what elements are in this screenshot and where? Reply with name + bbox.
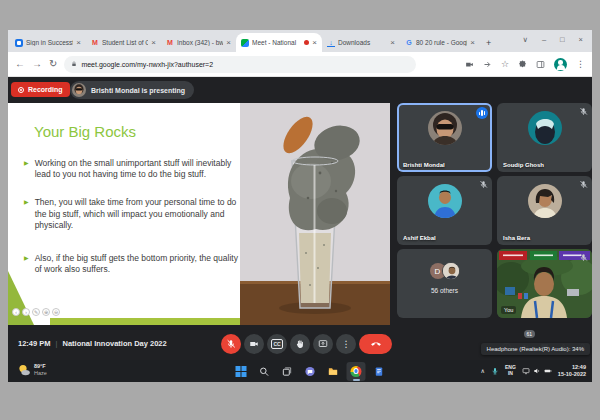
clock-time: 12:49	[558, 364, 586, 371]
slide-next-icon[interactable]: ›	[22, 308, 30, 316]
slide-decoration-band	[50, 318, 240, 325]
presenting-text: Brishti Mondal is presenting	[91, 87, 185, 94]
address-bar[interactable]: meet.google.com/my-nwxh-jix?authuser=2	[64, 56, 416, 73]
share-icon[interactable]	[483, 60, 492, 69]
tab-google-search[interactable]: G 80 20 rule - Google S ×	[400, 33, 480, 52]
tab-student-list[interactable]: M Student List of Chikp ×	[86, 33, 161, 52]
end-call-button[interactable]	[359, 334, 392, 354]
browser-tab-strip: Sign in Successful rai × M Student List …	[8, 30, 592, 52]
taskbar-center-icons	[232, 361, 389, 381]
tab-close-icon[interactable]: ×	[226, 39, 231, 47]
slide-bullet: ▶ Also, if the big stuff gets the bottom…	[24, 253, 238, 275]
video-tile-you[interactable]: You	[497, 249, 592, 318]
tab-title: 80 20 rule - Google S	[416, 39, 467, 46]
side-panel-icon[interactable]	[536, 60, 545, 69]
tab-title: Downloads	[338, 39, 387, 46]
speaker-icon	[533, 367, 541, 375]
presenting-banner: Brishti Mondal is presenting	[70, 81, 194, 99]
taskbar-clock[interactable]: 12:49 15-10-2022	[558, 364, 586, 378]
avatar	[442, 262, 460, 280]
tab-title: Meet - National	[252, 39, 301, 46]
tab-title: Student List of Chikp	[102, 39, 148, 46]
slide-nav-controls[interactable]: ‹ › ✎ ⊕ ⊖	[12, 308, 60, 316]
app-button[interactable]	[370, 362, 389, 381]
task-view-button[interactable]	[278, 362, 297, 381]
minimize-button[interactable]: –	[542, 35, 546, 44]
participant-tile-soudip[interactable]: Soudip Ghosh	[497, 103, 592, 172]
slide-bullets: ▶ Working on the small unimportant stuff…	[24, 158, 238, 276]
mic-off-icon	[579, 180, 588, 189]
tab-close-icon[interactable]: ×	[151, 39, 156, 47]
camera-permission-icon[interactable]	[465, 60, 474, 69]
extensions-puzzle-icon[interactable]	[518, 60, 527, 69]
tray-status-icons[interactable]	[522, 367, 552, 375]
raise-hand-button[interactable]	[290, 334, 310, 354]
region-code: IN	[505, 371, 516, 377]
language-indicator[interactable]: ENG IN	[505, 365, 516, 377]
tab-close-icon[interactable]: ×	[312, 39, 317, 47]
chrome-taskbar-button[interactable]	[347, 362, 366, 381]
url-text: meet.google.com/my-nwxh-jix?authuser=2	[81, 61, 213, 68]
browser-menu-icon[interactable]: ⋮	[576, 60, 585, 69]
slide-bullet: ▶ Working on the small unimportant stuff…	[24, 158, 238, 180]
volume-tooltip: Headphone (Realtek(R) Audio): 34%	[481, 343, 590, 355]
captions-button[interactable]: CC	[267, 334, 287, 354]
desktop: { "glyphs": { "close": "×", "plus": "+",…	[0, 0, 600, 420]
participant-name: Brishti Mondal	[403, 162, 445, 168]
lock-icon	[71, 61, 77, 67]
others-tile[interactable]: D 56 others	[397, 249, 492, 318]
slide-pen-icon[interactable]: ✎	[32, 308, 40, 316]
slide-zoom-in-icon[interactable]: ⊕	[42, 308, 50, 316]
tab-close-icon[interactable]: ×	[76, 39, 81, 47]
battery-icon	[544, 367, 552, 375]
screen-capture: Sign in Successful rai × M Student List …	[8, 30, 592, 382]
slide-prev-icon[interactable]: ‹	[12, 308, 20, 316]
tab-search-chevron-icon[interactable]: ∨	[522, 35, 528, 44]
back-button[interactable]: ←	[15, 59, 25, 69]
file-explorer-button[interactable]	[324, 362, 343, 381]
bullet-marker-icon: ▶	[24, 199, 29, 231]
meeting-time: 12:49 PM	[18, 339, 51, 348]
weather-temperature: 89°F	[34, 363, 47, 370]
forward-button[interactable]: →	[32, 59, 42, 69]
present-button[interactable]	[313, 334, 333, 354]
close-window-button[interactable]: ×	[579, 35, 583, 44]
participant-tile-brishti[interactable]: Brishti Mondal	[397, 103, 492, 172]
task-view-icon	[282, 366, 293, 377]
participant-tile-ashif[interactable]: Ashif Ekbal	[397, 176, 492, 245]
mic-off-icon	[579, 253, 588, 262]
maximize-button[interactable]: □	[560, 35, 565, 44]
start-button[interactable]	[232, 362, 251, 381]
slide-zoom-out-icon[interactable]: ⊖	[52, 308, 60, 316]
tray-mic-icon[interactable]	[491, 367, 499, 375]
divider: |	[56, 339, 58, 348]
tab-close-icon[interactable]: ×	[470, 39, 475, 47]
tab-downloads[interactable]: ↓ Downloads ×	[322, 33, 400, 52]
taskbar-search-button[interactable]	[255, 362, 274, 381]
participant-tile-isha[interactable]: Isha Bera	[497, 176, 592, 245]
cast-screen-icon	[522, 367, 530, 375]
avatar	[428, 111, 462, 145]
recording-badge: Recording	[11, 82, 70, 97]
tab-meet-active[interactable]: Meet - National ×	[236, 33, 322, 52]
bookmark-star-icon[interactable]: ☆	[501, 60, 509, 69]
camera-button[interactable]	[244, 334, 264, 354]
teams-chat-button[interactable]	[301, 362, 320, 381]
tab-inbox[interactable]: M Inbox (342) - bwu20 ×	[161, 33, 236, 52]
bullet-text: Working on the small unimportant stuff w…	[35, 158, 238, 180]
participant-name: Isha Bera	[503, 235, 530, 241]
tab-close-icon[interactable]: ×	[390, 39, 395, 47]
more-options-button[interactable]: ⋮	[336, 334, 356, 354]
taskbar-weather-widget[interactable]: 89°F Haze	[18, 363, 47, 377]
meet-favicon-icon	[241, 39, 249, 47]
profile-avatar[interactable]	[554, 58, 567, 71]
tab-signin[interactable]: Sign in Successful rai ×	[10, 33, 86, 52]
folder-icon	[328, 366, 339, 377]
mic-mute-button[interactable]	[221, 334, 241, 354]
new-tab-button[interactable]: +	[486, 38, 491, 48]
clock-date: 15-10-2022	[558, 371, 586, 378]
reload-button[interactable]: ↻	[49, 59, 57, 69]
bullet-marker-icon: ▶	[24, 160, 29, 180]
presentation-slide[interactable]: Your Big Rocks ▶ Working on the small un…	[8, 103, 390, 325]
tray-chevron-icon[interactable]: ∧	[481, 368, 485, 374]
